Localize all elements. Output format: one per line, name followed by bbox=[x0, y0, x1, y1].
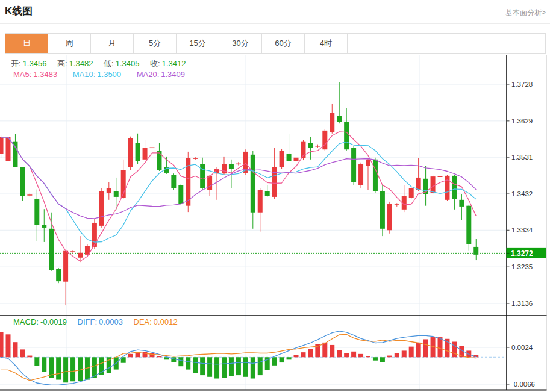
macd-bar[interactable] bbox=[308, 349, 313, 358]
candle[interactable] bbox=[78, 253, 83, 258]
candle[interactable] bbox=[395, 204, 399, 205]
macd-bar[interactable] bbox=[337, 350, 342, 357]
macd-bar[interactable] bbox=[128, 354, 133, 357]
macd-bar[interactable] bbox=[229, 357, 234, 376]
macd-bar[interactable] bbox=[6, 334, 11, 357]
macd-bar[interactable] bbox=[214, 357, 219, 378]
candle[interactable] bbox=[178, 185, 183, 204]
candle[interactable] bbox=[6, 137, 11, 161]
candle[interactable] bbox=[473, 247, 478, 255]
candle[interactable] bbox=[409, 188, 414, 198]
candle[interactable] bbox=[0, 137, 4, 154]
candle[interactable] bbox=[351, 148, 356, 182]
candle[interactable] bbox=[294, 158, 299, 161]
macd-bar[interactable] bbox=[395, 353, 399, 357]
macd-bar[interactable] bbox=[409, 347, 414, 358]
candle[interactable] bbox=[27, 194, 32, 196]
tab-15分[interactable]: 15分 bbox=[177, 34, 219, 53]
candle[interactable] bbox=[136, 143, 140, 161]
candle[interactable] bbox=[229, 164, 234, 169]
macd-bar[interactable] bbox=[20, 349, 25, 357]
macd-bar[interactable] bbox=[27, 356, 32, 358]
candle[interactable] bbox=[258, 190, 263, 213]
candle[interactable] bbox=[70, 251, 75, 252]
candle[interactable] bbox=[20, 167, 25, 196]
candle[interactable] bbox=[107, 188, 111, 193]
candle[interactable] bbox=[431, 176, 436, 193]
candle[interactable] bbox=[272, 167, 277, 197]
macd-bar[interactable] bbox=[63, 357, 68, 382]
candle[interactable] bbox=[387, 204, 392, 230]
macd-bar[interactable] bbox=[330, 345, 334, 357]
candle[interactable] bbox=[438, 176, 443, 177]
candle[interactable] bbox=[99, 191, 104, 226]
candle[interactable] bbox=[308, 143, 313, 148]
candle[interactable] bbox=[193, 158, 198, 159]
macd-bar[interactable] bbox=[287, 357, 292, 359]
candle[interactable] bbox=[150, 148, 155, 149]
macd-bar[interactable] bbox=[251, 357, 255, 378]
candle[interactable] bbox=[251, 155, 255, 213]
macd-bar[interactable] bbox=[322, 343, 327, 357]
candle[interactable] bbox=[92, 223, 97, 247]
candle[interactable] bbox=[445, 176, 449, 200]
candle[interactable] bbox=[171, 175, 176, 188]
candle[interactable] bbox=[373, 160, 378, 191]
macd-bar[interactable] bbox=[56, 357, 61, 379]
macd-bar[interactable] bbox=[280, 357, 284, 362]
macd-bar[interactable] bbox=[193, 357, 198, 373]
candle[interactable] bbox=[42, 225, 46, 228]
macd-bar[interactable] bbox=[272, 357, 277, 366]
candle[interactable] bbox=[452, 176, 457, 199]
candle[interactable] bbox=[366, 160, 370, 166]
macd-bar[interactable] bbox=[301, 352, 305, 357]
tab-月[interactable]: 月 bbox=[91, 34, 134, 53]
macd-bar[interactable] bbox=[387, 356, 392, 358]
candle[interactable] bbox=[466, 206, 471, 244]
candle[interactable] bbox=[344, 122, 349, 149]
macd-bar[interactable] bbox=[438, 337, 443, 357]
macd-bar[interactable] bbox=[222, 357, 227, 378]
tab-4时[interactable]: 4时 bbox=[305, 34, 348, 53]
macd-bar[interactable] bbox=[13, 342, 17, 357]
macd-bar[interactable] bbox=[243, 357, 248, 377]
macd-bar[interactable] bbox=[380, 357, 385, 362]
candle[interactable] bbox=[322, 131, 327, 149]
candle[interactable] bbox=[200, 164, 205, 188]
macd-bar[interactable] bbox=[351, 352, 356, 357]
macd-bar[interactable] bbox=[171, 357, 176, 362]
macd-bar[interactable] bbox=[452, 342, 457, 358]
macd-bar[interactable] bbox=[92, 357, 97, 378]
candle[interactable] bbox=[128, 138, 133, 167]
macd-bar[interactable] bbox=[186, 357, 190, 369]
macd-bar[interactable] bbox=[423, 339, 428, 357]
tab-30分[interactable]: 30分 bbox=[219, 34, 262, 53]
macd-bar[interactable] bbox=[358, 354, 363, 357]
candle[interactable] bbox=[287, 154, 292, 161]
candle[interactable] bbox=[114, 191, 119, 197]
candle[interactable] bbox=[280, 151, 284, 167]
macd-bar[interactable] bbox=[178, 357, 183, 366]
candle[interactable] bbox=[380, 191, 385, 229]
tab-周[interactable]: 周 bbox=[48, 34, 91, 53]
candle[interactable] bbox=[56, 269, 61, 281]
macd-bar[interactable] bbox=[294, 355, 299, 357]
macd-bar[interactable] bbox=[34, 357, 39, 366]
candle[interactable] bbox=[207, 176, 212, 190]
candle[interactable] bbox=[157, 151, 161, 170]
candle[interactable] bbox=[330, 113, 334, 132]
macd-bar[interactable] bbox=[136, 352, 140, 357]
macd-bar[interactable] bbox=[416, 343, 421, 357]
candle[interactable] bbox=[358, 164, 363, 185]
tab-日[interactable]: 日 bbox=[5, 34, 48, 53]
candle[interactable] bbox=[49, 229, 54, 270]
tab-5分[interactable]: 5分 bbox=[134, 34, 177, 53]
candle[interactable] bbox=[315, 146, 320, 147]
candle[interactable] bbox=[459, 200, 464, 207]
fundamental-analysis-link[interactable]: 基本面分析> bbox=[505, 8, 546, 18]
candle[interactable] bbox=[222, 164, 227, 173]
macd-bar[interactable] bbox=[157, 356, 161, 357]
macd-bar[interactable] bbox=[344, 353, 349, 357]
candle[interactable] bbox=[416, 178, 421, 190]
macd-bar[interactable] bbox=[0, 332, 4, 357]
